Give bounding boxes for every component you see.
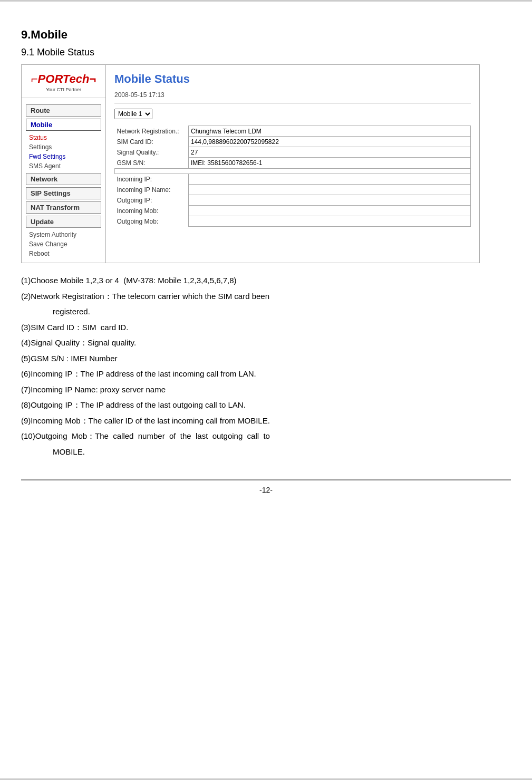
desc-para-5: (5)GSM S/N : IMEI Number: [21, 352, 511, 365]
spacer-row: [115, 168, 471, 174]
field-value-incoming-mob: [189, 206, 471, 216]
sidebar: ⌐PORTech¬ Your CTI Partner Route Mobile …: [22, 65, 106, 263]
field-label: Network Registration.:: [115, 126, 189, 137]
sidebar-item-mobile[interactable]: Mobile: [26, 119, 101, 131]
field-value: 27: [189, 147, 471, 158]
sidebar-item-nat-transform[interactable]: NAT Transform: [26, 201, 101, 214]
field-value: IMEI: 35815600782656-1: [189, 158, 471, 169]
desc-para-10: (10)Outgoing Mob：The called number of th…: [21, 429, 511, 443]
datetime: 2008-05-15 17:13: [114, 91, 471, 99]
sidebar-sub-fwd-settings[interactable]: Fwd Settings: [22, 152, 105, 161]
sidebar-sub-reboot[interactable]: Reboot: [22, 249, 105, 258]
ui-frame: ⌐PORTech¬ Your CTI Partner Route Mobile …: [21, 64, 480, 263]
sidebar-item-network[interactable]: Network: [26, 173, 101, 185]
field-value-outgoing-mob: [189, 216, 471, 227]
logo-bracket-right: ¬: [89, 72, 96, 85]
status-table: Network Registration.: Chunghwa Telecom …: [114, 126, 471, 227]
table-row: Incoming Mob:: [115, 206, 471, 216]
desc-para-3: (3)SIM Card ID：SIM card ID.: [21, 321, 511, 334]
desc-para-4: (4)Signal Quality：Signal quality.: [21, 336, 511, 350]
table-row: Incoming IP:: [115, 174, 471, 185]
field-value-incoming-ip-name: [189, 185, 471, 195]
logo-bracket-left: ⌐: [31, 72, 38, 85]
field-value: Chunghwa Telecom LDM: [189, 126, 471, 137]
field-label: SIM Card ID:: [115, 137, 189, 147]
content-title: Mobile Status: [114, 72, 471, 86]
field-label: Signal Quality.:: [115, 147, 189, 158]
logo-sub: Your CTI Partner: [27, 87, 100, 92]
divider: [114, 103, 471, 103]
sidebar-sub-system-authority[interactable]: System Authority: [22, 230, 105, 239]
sidebar-item-sip-settings[interactable]: SIP Settings: [26, 187, 101, 199]
table-row: Incoming IP Name:: [115, 185, 471, 195]
logo-text: PORTech: [38, 72, 90, 85]
page-footer: -12-: [21, 479, 511, 499]
desc-para-2: (2)Network Registration：The telecom carr…: [21, 290, 511, 303]
mobile-select-row: Mobile 1 Mobile 2 Mobile 3 Mobile 4: [114, 109, 471, 119]
desc-para-8: (8)Outgoing IP：The IP address of the las…: [21, 398, 511, 412]
desc-section: (1)Choose Mobile 1,2,3 or 4 (MV-378: Mob…: [21, 274, 511, 458]
desc-para-2-cont: registered.: [53, 305, 511, 319]
sidebar-sub-sms-agent[interactable]: SMS Agent: [22, 161, 105, 171]
table-row: Outgoing Mob:: [115, 216, 471, 227]
sidebar-logo: ⌐PORTech¬ Your CTI Partner: [22, 65, 105, 98]
mobile-select[interactable]: Mobile 1 Mobile 2 Mobile 3 Mobile 4: [114, 109, 152, 119]
field-label: Outgoing Mob:: [115, 216, 189, 227]
desc-para-6: (6)Incoming IP：The IP address of the las…: [21, 367, 511, 381]
sidebar-item-route[interactable]: Route: [26, 104, 101, 117]
table-row: Network Registration.: Chunghwa Telecom …: [115, 126, 471, 137]
field-value-incoming-ip: [189, 174, 471, 185]
table-row: GSM S/N: IMEI: 35815600782656-1: [115, 158, 471, 169]
field-label: Outgoing IP:: [115, 195, 189, 206]
field-value: 144,0,98889602200752095822: [189, 137, 471, 147]
main-title: 9.Mobile: [21, 28, 511, 42]
page-number: -12-: [259, 486, 273, 494]
table-row: SIM Card ID: 144,0,98889602200752095822: [115, 137, 471, 147]
sidebar-item-update[interactable]: Update: [26, 216, 101, 228]
table-row: Outgoing IP:: [115, 195, 471, 206]
field-label: GSM S/N:: [115, 158, 189, 169]
field-label: Incoming IP:: [115, 174, 189, 185]
sidebar-sub-save-change[interactable]: Save Change: [22, 239, 105, 249]
desc-para-1: (1)Choose Mobile 1,2,3 or 4 (MV-378: Mob…: [21, 274, 511, 287]
field-label: Incoming IP Name:: [115, 185, 189, 195]
field-value-outgoing-ip: [189, 195, 471, 206]
sidebar-sub-status[interactable]: Status: [22, 133, 105, 142]
table-row: Signal Quality.: 27: [115, 147, 471, 158]
sidebar-sub-settings[interactable]: Settings: [22, 142, 105, 152]
field-label: Incoming Mob:: [115, 206, 189, 216]
logo: ⌐PORTech¬ Your CTI Partner: [27, 72, 100, 92]
sidebar-menu: Route Mobile Status Settings Fwd Setting…: [22, 98, 105, 263]
desc-para-10-cont: MOBILE.: [53, 445, 511, 459]
desc-para-9: (9)Incoming Mob：The caller ID of the las…: [21, 414, 511, 428]
content-area: Mobile Status 2008-05-15 17:13 Mobile 1 …: [106, 65, 479, 263]
section-title: 9.1 Mobile Status: [21, 47, 511, 58]
desc-para-7: (7)Incoming IP Name: proxy server name: [21, 383, 511, 397]
